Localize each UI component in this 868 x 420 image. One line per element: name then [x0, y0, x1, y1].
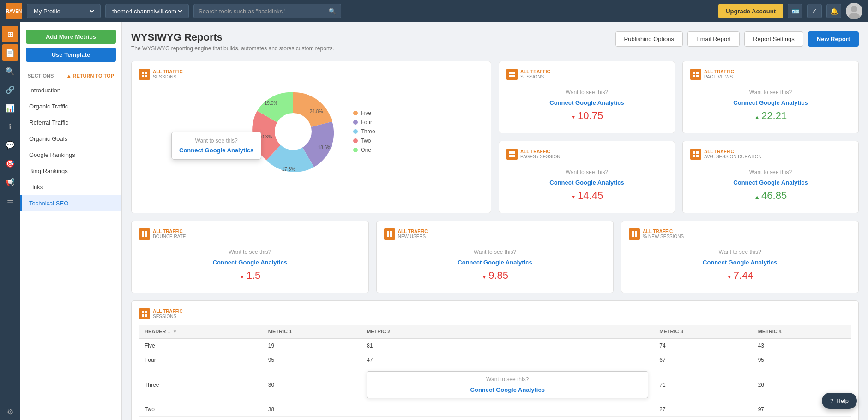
pie-card-icon [139, 69, 150, 80]
sidebar-icon-link[interactable]: 🔗 [2, 81, 18, 98]
metric-avg-session-value: 46.85 [690, 190, 851, 202]
second-sidebar: Add More Metrics Use Template SECTIONS ▲… [20, 22, 122, 420]
bell-icon-btn[interactable]: 🔔 [826, 4, 841, 18]
avatar[interactable] [846, 3, 862, 19]
metric-pages-session-value: 14.45 [506, 190, 667, 202]
return-to-top-link[interactable]: ▲ RETURN TO TOP [66, 73, 114, 78]
svg-rect-25 [696, 151, 699, 154]
sidebar-item-google-rankings[interactable]: Google Rankings [20, 147, 121, 163]
table-row: One 42 50 64 21 [139, 417, 851, 420]
svg-rect-21 [512, 151, 515, 154]
profile-card-icon[interactable]: 🪪 [788, 4, 802, 18]
domain-dropdown[interactable]: theme4.channelwill.com [105, 4, 189, 18]
svg-rect-13 [512, 72, 515, 74]
card-pageviews: ALL TRAFFIC PAGE VIEWS Want to see this?… [682, 61, 859, 133]
report-settings-button[interactable]: Report Settings [744, 31, 803, 47]
connect-avg-session-link[interactable]: Connect Google Analytics [690, 179, 851, 186]
col-header-1[interactable]: METRIC 1 [263, 325, 361, 338]
svg-point-6 [275, 113, 312, 150]
col-header-4[interactable]: METRIC 4 [753, 325, 851, 338]
card-pageviews-icon [690, 69, 701, 80]
page-subtitle: The WYSIWYG reporting engine that builds… [131, 45, 334, 52]
table-card-icon [139, 308, 150, 319]
col-header-0[interactable]: HEADER 1 ▼ [139, 325, 263, 338]
card-pages-session: ALL TRAFFIC PAGES / SESSION Want to see … [499, 141, 675, 213]
bottom-cards-grid: ALL TRAFFIC BOUNCE RATE Want to see this… [131, 221, 859, 293]
sidebar-icon-search[interactable]: 🔍 [2, 63, 18, 79]
svg-rect-34 [387, 234, 389, 237]
svg-rect-5 [145, 75, 147, 77]
sidebar-icon-file[interactable]: 📄 [2, 44, 18, 61]
sidebar-icon-list[interactable]: ☰ [2, 192, 18, 209]
table-row: Five 19 81 74 43 [139, 338, 851, 353]
sidebar-item-technical-seo[interactable]: Technical SEO [20, 195, 121, 211]
email-report-button[interactable]: Email Report [687, 31, 740, 47]
connect-pages-session-link[interactable]: Connect Google Analytics [506, 179, 667, 186]
sidebar-icon-settings[interactable]: ⚙ [2, 403, 18, 420]
search-box: 🔍 [193, 4, 341, 18]
connect-new-sessions-link[interactable]: Connect Google Analytics [629, 259, 851, 266]
svg-rect-42 [142, 314, 144, 317]
svg-point-0 [851, 6, 857, 12]
sidebar-icon-info[interactable]: ℹ [2, 118, 18, 135]
table-row: Four 95 47 67 95 [139, 353, 851, 367]
sidebar-icon-chart[interactable]: 📊 [2, 100, 18, 116]
sidebar-icon-megaphone[interactable]: 📢 [2, 174, 18, 190]
sidebar-item-links[interactable]: Links [20, 179, 121, 195]
upgrade-button[interactable]: Upgrade Account [718, 4, 783, 18]
connect-pageviews-link[interactable]: Connect Google Analytics [690, 99, 851, 106]
use-template-button[interactable]: Use Template [26, 48, 116, 62]
col-header-3[interactable]: METRIC 3 [654, 325, 752, 338]
publishing-options-button[interactable]: Publishing Options [615, 31, 683, 47]
sidebar-item-organic-traffic[interactable]: Organic Traffic [20, 98, 121, 114]
card-sessions-icon [506, 69, 518, 80]
search-icon: 🔍 [329, 8, 336, 15]
pie-card-header: ALL TRAFFIC SESSIONS [139, 69, 483, 80]
add-metrics-button[interactable]: Add More Metrics [26, 30, 116, 44]
svg-rect-12 [509, 72, 512, 74]
table-connect-overlay: Want to see this? Connect Google Analyti… [367, 371, 648, 398]
pie-connect-link[interactable]: Connect Google Analytics [179, 147, 253, 154]
legend-two: Two [353, 138, 375, 144]
sections-header: SECTIONS ▲ RETURN TO TOP [20, 69, 121, 82]
sidebar-item-organic-goals[interactable]: Organic Goals [20, 131, 121, 147]
metric-new-users-value: 9.85 [384, 270, 606, 282]
svg-rect-19 [696, 75, 699, 77]
pie-tooltip: Want to see this? Connect Google Analyti… [171, 132, 261, 160]
sidebar-icon-grid[interactable]: ⊞ [2, 26, 18, 42]
domain-select[interactable]: theme4.channelwill.com [110, 7, 184, 15]
svg-rect-26 [693, 155, 695, 157]
table-wrapper: HEADER 1 ▼ METRIC 1 METRIC 2 METRIC 3 ME… [139, 325, 851, 420]
card-sessions: ALL TRAFFIC SESSIONS Want to see this? C… [499, 61, 675, 133]
legend-dot-two [353, 138, 358, 143]
metric-sessions-value: 10.75 [506, 110, 667, 122]
data-table: HEADER 1 ▼ METRIC 1 METRIC 2 METRIC 3 ME… [139, 325, 851, 420]
help-button[interactable]: ? Help [822, 393, 857, 409]
legend-dot-four [353, 120, 358, 125]
sidebar-item-referral-traffic[interactable]: Referral Traffic [20, 114, 121, 131]
sidebar-item-introduction[interactable]: Introduction [20, 82, 121, 98]
card-sessions-body: Want to see this? Connect Google Analyti… [506, 85, 667, 126]
svg-rect-15 [512, 75, 515, 77]
svg-rect-4 [142, 75, 144, 77]
connect-bounce-link[interactable]: Connect Google Analytics [139, 259, 361, 266]
connect-new-users-link[interactable]: Connect Google Analytics [384, 259, 606, 266]
svg-rect-3 [145, 72, 147, 74]
header-actions: Publishing Options Email Report Report S… [615, 31, 859, 47]
new-report-button[interactable]: New Report [808, 31, 859, 47]
checkmark-icon-btn[interactable]: ✓ [807, 4, 822, 18]
col-header-2[interactable]: METRIC 2 [361, 325, 654, 338]
profile-dropdown[interactable]: My Profile [27, 4, 101, 18]
page-title-section: WYSIWYG Reports The WYSIWYG reporting en… [131, 31, 334, 52]
profile-select[interactable]: My Profile [32, 7, 96, 15]
sidebar-icon-target[interactable]: 🎯 [2, 155, 18, 172]
table-connect-link[interactable]: Connect Google Analytics [374, 386, 641, 393]
svg-rect-33 [390, 231, 392, 234]
help-icon: ? [830, 397, 833, 404]
svg-rect-39 [635, 234, 637, 237]
sidebar-icon-comment[interactable]: 💬 [2, 137, 18, 153]
search-input[interactable] [199, 8, 329, 15]
sidebar-item-bing-rankings[interactable]: Bing Rankings [20, 163, 121, 179]
left-sidebar: ⊞ 📄 🔍 🔗 📊 ℹ 💬 🎯 📢 ☰ ⚙ [0, 22, 20, 420]
connect-sessions-link[interactable]: Connect Google Analytics [506, 99, 667, 106]
